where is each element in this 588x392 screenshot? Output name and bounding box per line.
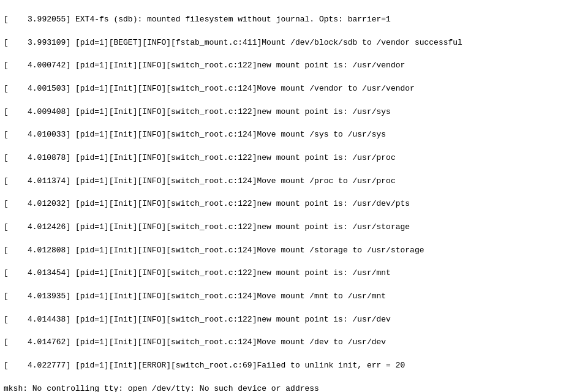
terminal-line: [ 4.022777] [pid=1][Init][ERROR][switch_… <box>4 360 584 372</box>
terminal-line: [ 4.011374] [pid=1][Init][INFO][switch_r… <box>4 176 584 187</box>
terminal-line: [ 4.010033] [pid=1][Init][INFO][switch_r… <box>4 129 584 141</box>
terminal-line: [ 4.013454] [pid=1][Init][INFO][switch_r… <box>4 268 584 279</box>
terminal-line: [ 4.014762] [pid=1][Init][INFO][switch_r… <box>4 337 584 349</box>
terminal-line: [ 4.012808] [pid=1][Init][INFO][switch_r… <box>4 245 584 257</box>
terminal-line: [ 4.013935] [pid=1][Init][INFO][switch_r… <box>4 291 584 303</box>
terminal-line: [ 4.009408] [pid=1][Init][INFO][switch_r… <box>4 107 584 118</box>
terminal-line: [ 3.992055] EXT4-fs (sdb): mounted files… <box>4 14 584 26</box>
terminal-output: [ 3.992055] EXT4-fs (sdb): mounted files… <box>0 0 588 392</box>
terminal-line: [ 4.014438] [pid=1][Init][INFO][switch_r… <box>4 314 584 326</box>
terminal-line: [ 4.012426] [pid=1][Init][INFO][switch_r… <box>4 222 584 233</box>
terminal-line: [ 4.010878] [pid=1][Init][INFO][switch_r… <box>4 153 584 164</box>
terminal-line: mksh: No controlling tty: open /dev/tty:… <box>4 383 584 392</box>
terminal-line: [ 4.001503] [pid=1][Init][INFO][switch_r… <box>4 83 584 95</box>
terminal-line: [ 3.993109] [pid=1][BEGET][INFO][fstab_m… <box>4 37 584 49</box>
terminal-line: [ 4.012032] [pid=1][Init][INFO][switch_r… <box>4 198 584 210</box>
terminal-line: [ 4.000742] [pid=1][Init][INFO][switch_r… <box>4 60 584 72</box>
